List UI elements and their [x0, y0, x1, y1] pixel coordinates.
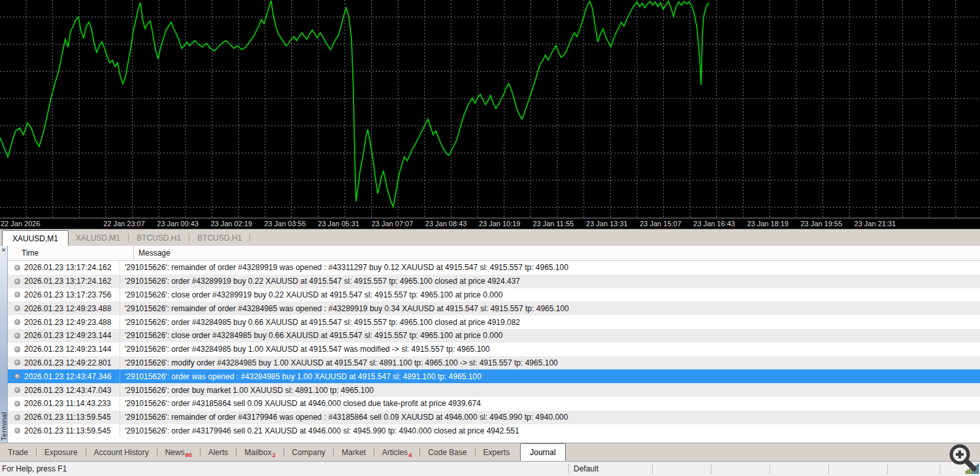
time-axis-label: 23 Jan 03:55 [264, 220, 306, 228]
terminal-tab-journal[interactable]: Journal [520, 443, 565, 461]
journal-row-time: 2026.01.23 12:49:22.801 [8, 356, 120, 370]
price-line [0, 1, 709, 207]
time-axis-label: 22 Jan 23:07 [103, 220, 145, 228]
journal-row-message-text: '291015626': remainder of order #4328991… [125, 263, 568, 272]
time-axis-label: 23 Jan 07:07 [372, 220, 414, 228]
journal-row-message: '291015626': order buy market 1.00 XAUUS… [120, 383, 980, 397]
journal-row-timestamp: 2026.01.23 12:49:23.488 [24, 304, 111, 313]
status-cell [711, 464, 770, 474]
journal-row[interactable]: 2026.01.23 12:49:23.488'291015626': orde… [8, 315, 980, 329]
chart-tab-btcusd-h1[interactable]: BTCUSD,H1 [129, 230, 188, 246]
journal-entry-icon [14, 319, 20, 325]
price-chart[interactable] [0, 0, 980, 218]
journal-row[interactable]: 2026.01.23 12:49:23.144'291015626': orde… [8, 343, 980, 356]
journal-row-timestamp: 2026.01.23 13:17:24.162 [24, 277, 111, 286]
chart-tab-btcusd-h1[interactable]: BTCUSD,H1 [190, 230, 249, 246]
journal-row[interactable]: 2026.01.23 12:49:23.144'291015626': clos… [8, 329, 980, 343]
time-axis-label: 23 Jan 05:31 [318, 220, 360, 228]
journal-row-message-text: '291015626': order was opened : #4328498… [125, 372, 482, 381]
terminal-tab-label: Exposure [44, 448, 78, 457]
time-axis-label: 23 Jan 16:43 [693, 220, 735, 228]
journal-row[interactable]: 2026.01.23 13:17:24.162'291015626': rema… [8, 261, 980, 275]
journal-row-time: 2026.01.23 11:13:59.545 [8, 411, 120, 424]
connection-bars-icon [966, 464, 979, 474]
terminal-tab-label: News [165, 448, 185, 457]
journal-row[interactable]: 2026.01.23 11:14:43.233'291015626': orde… [8, 397, 980, 411]
terminal-tab-account-history[interactable]: Account History [86, 448, 157, 457]
journal-row-message: '291015626': close order #43289919 buy 0… [120, 288, 980, 302]
status-cell [652, 464, 711, 474]
terminal-tab-articles[interactable]: Articles4 [374, 448, 419, 457]
terminal-tab-label: Experts [483, 448, 510, 457]
connection-status-cell [939, 464, 980, 474]
terminal-tab-alerts[interactable]: Alerts [201, 448, 237, 457]
journal-row-time: 2026.01.23 12:43:47.043 [8, 383, 120, 397]
journal-entry-icon [14, 415, 20, 420]
chart-tab-xauusd-m1[interactable]: XAUUSD,M1 [2, 230, 69, 246]
time-axis-label: 23 Jan 18:19 [747, 220, 789, 228]
journal-row-timestamp: 2026.01.23 12:49:23.144 [24, 331, 111, 340]
status-cell [770, 464, 828, 474]
journal-row-timestamp: 2026.01.23 11:13:59.545 [24, 413, 111, 422]
terminal-tab-code-base[interactable]: Code Base [420, 448, 474, 457]
journal-entry-icon [14, 360, 20, 366]
journal-row[interactable]: 2026.01.23 12:43:47.043'291015626': orde… [8, 383, 980, 397]
journal-entry-icon [14, 279, 20, 284]
time-axis-label: 23 Jan 02:19 [210, 220, 252, 228]
column-header-message[interactable]: Message [134, 246, 980, 260]
terminal-tab-badge: 60 [186, 452, 192, 458]
time-axis-label: 23 Jan 08:43 [425, 220, 467, 228]
journal-row-message: '291015626': order was opened : #4328498… [120, 369, 980, 383]
journal-entry-icon [14, 401, 20, 407]
close-icon[interactable]: × [0, 246, 7, 254]
journal-row-message: '291015626': remainder of order #4328991… [120, 261, 980, 275]
terminal-tab-label: Mailbox [244, 448, 271, 457]
terminal-tab-badge: 2 [272, 452, 276, 458]
price-chart-canvas[interactable] [0, 0, 980, 218]
journal-row[interactable]: 2026.01.23 12:49:23.488'291015626': rema… [8, 301, 980, 315]
time-axis-label: 23 Jan 11:55 [532, 220, 574, 228]
journal-row-message-text: '291015626': order #43179946 sell 0.21 X… [125, 426, 519, 435]
terminal-tab-exposure[interactable]: Exposure [37, 448, 86, 457]
journal-row-timestamp: 2026.01.23 11:14:43.233 [24, 399, 111, 408]
journal-row-message: '291015626': order #43284985 buy 0.66 XA… [120, 315, 980, 329]
journal-rows: 2026.01.23 13:17:24.162'291015626': rema… [8, 261, 980, 437]
journal-row-message: '291015626': remainder of order #4317994… [120, 411, 980, 424]
journal-row[interactable]: 2026.01.23 11:13:59.545'291015626': rema… [8, 411, 980, 424]
terminal-tab-company[interactable]: Company [284, 448, 333, 457]
journal-row-time: 2026.01.23 13:17:23.756 [8, 288, 120, 302]
journal-entry-icon [14, 265, 20, 271]
time-axis-label: 23 Jan 13:31 [586, 220, 628, 228]
journal-row[interactable]: 2026.01.23 11:13:59.545'291015626': orde… [8, 424, 980, 438]
journal-row[interactable]: 2026.01.23 13:17:24.162'291015626': orde… [8, 275, 980, 288]
journal-row[interactable]: 2026.01.23 12:49:22.801'291015626': modi… [8, 356, 980, 370]
status-cell [887, 464, 939, 474]
terminal-tab-trade[interactable]: Trade [0, 448, 36, 457]
journal-row-message: '291015626': close order #43284985 buy 0… [120, 329, 980, 343]
journal-row-time: 2026.01.23 13:17:24.162 [8, 275, 120, 288]
journal-row-time: 2026.01.23 12:49:23.488 [8, 315, 120, 329]
journal-row-message-text: '291015626': close order #43289919 buy 0… [125, 290, 502, 299]
status-profile[interactable]: Default [568, 464, 652, 474]
column-header-time[interactable]: Time [8, 246, 134, 260]
terminal-tab-label: Alerts [208, 448, 229, 457]
terminal-tab-market[interactable]: Market [334, 448, 374, 457]
journal-entry-icon [14, 428, 20, 434]
journal-row-message: '291015626': remainder of order #4328498… [120, 301, 980, 315]
journal-row-time: 2026.01.23 12:49:23.488 [8, 301, 120, 315]
journal-row-timestamp: 2026.01.23 12:49:23.144 [24, 345, 111, 354]
journal-row[interactable]: 2026.01.23 12:43:47.346'291015626': orde… [8, 369, 980, 383]
chart-tab-xalusd-m1[interactable]: XALUSD,M1 [69, 230, 127, 246]
terminal-tab-news[interactable]: News60 [157, 448, 200, 457]
journal-entry-icon [14, 333, 20, 339]
tab-divider [250, 233, 250, 242]
journal-entry-icon [14, 305, 20, 311]
journal-row-time: 2026.01.23 12:43:47.346 [8, 369, 120, 383]
journal-row-message: '291015626': order #43284985 buy 1.00 XA… [120, 343, 980, 356]
journal-row-message-text: '291015626': order buy market 1.00 XAUUS… [125, 386, 374, 395]
terminal-tab-experts[interactable]: Experts [476, 448, 518, 457]
journal-row-time: 2026.01.23 11:14:43.233 [8, 397, 120, 411]
terminal-tab-mailbox[interactable]: Mailbox2 [237, 448, 283, 457]
terminal-tab-label: Market [342, 448, 366, 457]
journal-row[interactable]: 2026.01.23 13:17:23.756'291015626': clos… [8, 288, 980, 302]
